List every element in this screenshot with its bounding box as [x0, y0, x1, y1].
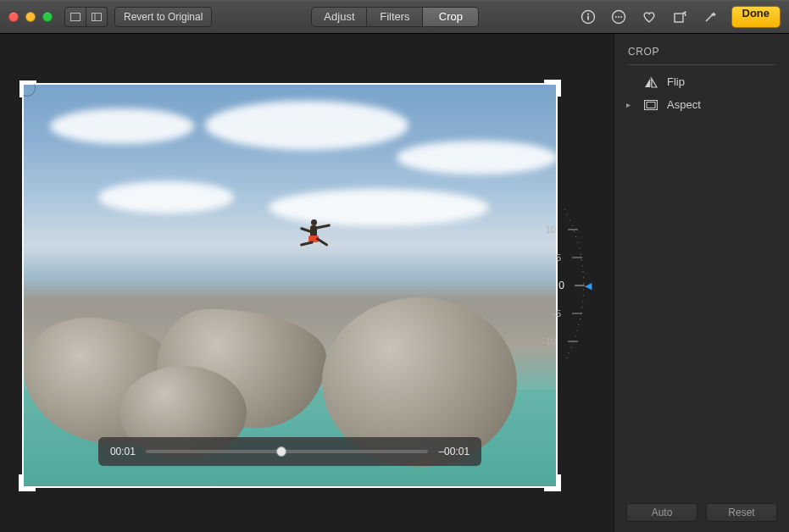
thumbnails-show[interactable] [86, 7, 108, 27]
auto-enhance-button[interactable] [701, 8, 720, 26]
svg-point-4 [586, 13, 588, 14]
edit-mode-segment: Adjust Filters Crop [311, 7, 479, 27]
jumping-person [295, 217, 332, 254]
done-button[interactable]: Done [731, 6, 781, 28]
video-preview: 00:01 –00:01 [22, 83, 558, 488]
flip-button[interactable]: Flip [614, 70, 789, 93]
mode-adjust[interactable]: Adjust [311, 7, 367, 27]
svg-point-8 [618, 16, 620, 18]
time-remaining: –00:01 [438, 446, 470, 457]
time-elapsed: 00:01 [110, 446, 136, 457]
aspect-icon [643, 100, 658, 110]
thumbnails-hide[interactable] [64, 7, 86, 27]
crop-handle-br[interactable] [544, 474, 561, 491]
wand-icon [703, 9, 718, 25]
minimize-window[interactable] [25, 12, 36, 22]
fullscreen-window[interactable] [42, 12, 53, 22]
rotate-icon [672, 9, 687, 25]
close-window[interactable] [8, 12, 19, 22]
toolbar: Revert to Original Adjust Filters Crop D… [0, 0, 789, 34]
svg-rect-10 [675, 14, 683, 22]
favorite-button[interactable] [640, 8, 658, 26]
ellipsis-circle-icon [611, 9, 626, 25]
svg-rect-19 [647, 102, 655, 108]
rectangle-icon [70, 13, 81, 21]
svg-line-11 [706, 14, 713, 21]
revert-to-original-button[interactable]: Revert to Original [114, 7, 212, 27]
aspect-row[interactable]: ▸ Aspect [614, 93, 789, 116]
dial-tick-plus5: 5 [556, 252, 561, 263]
editor-canvas-area: 00:01 –00:01 10 5 0 -5 [0, 34, 614, 532]
crop-handle-tl[interactable] [19, 80, 36, 97]
flip-icon [643, 76, 658, 88]
auto-button[interactable]: Auto [626, 503, 697, 522]
svg-rect-5 [587, 15, 589, 19]
svg-point-7 [614, 16, 616, 18]
sidebar-title: CROP [614, 34, 789, 64]
flip-label: Flip [667, 75, 685, 88]
toolbar-actions: Done [579, 6, 781, 28]
mode-filters[interactable]: Filters [367, 7, 423, 27]
crop-handle-bl[interactable] [19, 474, 36, 491]
svg-rect-1 [92, 13, 102, 20]
chevron-right-icon: ▸ [626, 100, 635, 109]
scrubber-playhead[interactable] [276, 446, 286, 457]
crop-sidebar: CROP Flip ▸ Aspect Auto Reset [614, 34, 789, 532]
rotate-button[interactable] [670, 8, 689, 26]
dial-indicator-icon: ◀ [585, 280, 592, 291]
rectangle-split-icon [92, 13, 102, 21]
dial-tick-minus10: -10 [542, 336, 556, 346]
info-icon [581, 9, 596, 25]
video-scrubber[interactable]: 00:01 –00:01 [98, 437, 481, 466]
thumbnail-toggle [64, 7, 108, 27]
window-controls [8, 12, 53, 22]
info-button[interactable] [579, 8, 597, 26]
straighten-dial[interactable]: 10 5 0 -5 -10 ◀ [515, 192, 592, 379]
more-button[interactable] [609, 8, 628, 26]
divider [628, 64, 775, 65]
crop-handle-tr[interactable] [544, 80, 561, 97]
reset-button[interactable]: Reset [706, 503, 777, 522]
dial-tick-minus5: -5 [553, 308, 561, 319]
scrubber-track[interactable] [146, 450, 428, 453]
svg-point-9 [620, 16, 622, 18]
video-crop-frame[interactable]: 00:01 –00:01 10 5 0 -5 [22, 83, 558, 488]
aspect-label: Aspect [667, 98, 701, 111]
dial-tick-zero: 0 [558, 280, 564, 291]
heart-icon [642, 9, 657, 25]
svg-rect-0 [71, 13, 81, 20]
dial-tick-plus10: 10 [546, 224, 556, 235]
mode-crop[interactable]: Crop [423, 7, 479, 27]
sidebar-footer: Auto Reset [614, 503, 789, 522]
